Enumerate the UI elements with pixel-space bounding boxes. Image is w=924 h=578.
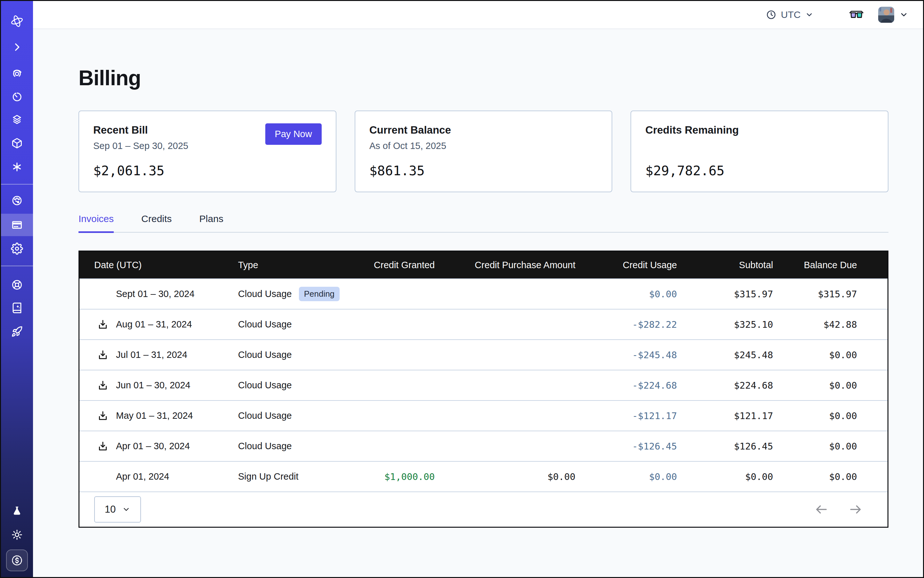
invoice-type: Cloud Usage — [238, 380, 292, 391]
credit-usage-value: -$224.68 — [575, 380, 677, 391]
column-header-date: Date (UTC) — [80, 260, 238, 270]
billing-tabs: Invoices Credits Plans — [78, 213, 888, 232]
page-size-select[interactable]: 10 — [94, 496, 141, 523]
column-header-credit-purchase-amount: Credit Purchase Amount — [435, 260, 575, 270]
invoice-type: Cloud Usage — [238, 289, 292, 299]
sidebar-item-usage-gauge-icon[interactable] — [7, 192, 27, 209]
invoice-row: Jun 01 – 30, 2024 Cloud Usage -$224.68 $… — [80, 370, 887, 400]
invoice-row: Apr 01 – 30, 2024 Cloud Usage -$126.45 $… — [80, 430, 887, 461]
invoice-date: Jul 01 – 31, 2024 — [116, 349, 187, 360]
user-avatar[interactable] — [878, 7, 894, 23]
next-page-arrow-right-icon[interactable] — [848, 502, 862, 516]
credit-usage-value: $0.00 — [575, 471, 677, 482]
sidebar-divider — [1, 184, 33, 185]
column-header-credit-usage: Credit Usage — [575, 260, 677, 270]
balance-due-value: $315.97 — [773, 289, 857, 300]
timezone-dropdown[interactable]: UTC — [766, 9, 814, 20]
invoice-type: Cloud Usage — [238, 319, 292, 330]
credit-usage-value: -$245.48 — [575, 349, 677, 360]
orbit-logo-icon — [7, 12, 27, 30]
invoices-table: Date (UTC) Type Credit Granted Credit Pu… — [78, 250, 888, 528]
page-size-value: 10 — [105, 504, 116, 515]
credit-granted-value: $1,000.00 — [344, 471, 435, 482]
sidebar-item-timer-icon[interactable] — [7, 88, 27, 106]
sidebar-item-theme-sun-icon[interactable] — [7, 526, 27, 544]
invoice-type: Cloud Usage — [238, 441, 292, 451]
chevron-down-icon — [122, 505, 130, 514]
download-icon[interactable] — [97, 319, 108, 330]
timezone-label: UTC — [781, 9, 801, 20]
invoice-row: Aug 01 – 31, 2024 Cloud Usage -$282.22 $… — [80, 309, 887, 339]
pay-now-button[interactable]: Pay Now — [265, 123, 322, 145]
table-footer: 10 — [80, 492, 887, 527]
credit-usage-value: -$121.17 — [575, 411, 677, 421]
subtotal-value: $315.97 — [677, 289, 773, 300]
previous-page-arrow-left-icon[interactable] — [814, 502, 828, 516]
sidebar-item-settings-gear-icon[interactable] — [7, 240, 27, 258]
invoice-date: Aug 01 – 31, 2024 — [116, 319, 192, 330]
current-balance-as-of: As of Oct 15, 2025 — [369, 141, 598, 152]
credits-remaining-subtitle — [645, 141, 874, 152]
credit-usage-value: -$126.45 — [575, 441, 677, 452]
page-title: Billing — [78, 66, 888, 90]
topbar: UTC — [33, 1, 923, 29]
sidebar-item-dollar-badge-icon[interactable] — [6, 549, 28, 571]
column-header-subtotal: Subtotal — [677, 260, 773, 270]
column-header-type: Type — [238, 260, 344, 270]
credits-remaining-amount: $29,782.65 — [645, 163, 874, 179]
sidebar-item-labs-flask-icon[interactable] — [7, 502, 27, 520]
table-header-row: Date (UTC) Type Credit Granted Credit Pu… — [80, 252, 887, 278]
pagination-controls — [814, 502, 862, 516]
invoice-row: Apr 01, 2024 Sign Up Credit $1,000.00 $0… — [80, 461, 887, 492]
subtotal-value: $245.48 — [677, 349, 773, 360]
sidebar-item-support-lifebuoy-icon[interactable] — [7, 276, 27, 294]
status-badge: Pending — [299, 287, 339, 301]
tab-plans[interactable]: Plans — [199, 213, 223, 232]
download-icon[interactable] — [97, 411, 108, 421]
credit-purchase-value: $0.00 — [435, 471, 575, 482]
goggles-icon[interactable] — [849, 9, 864, 20]
download-icon[interactable] — [97, 349, 108, 360]
tab-invoices[interactable]: Invoices — [78, 213, 114, 232]
credit-usage-value: $0.00 — [575, 289, 677, 300]
recent-bill-amount: $2,061.35 — [93, 163, 322, 179]
sidebar-item-observe-iris-icon[interactable] — [7, 64, 27, 82]
invoice-date: Apr 01 – 30, 2024 — [116, 441, 190, 451]
sidebar-item-asterisk-icon[interactable] — [7, 158, 27, 176]
recent-bill-card: Recent Bill Sep 01 – Sep 30, 2025 $2,061… — [78, 110, 336, 192]
account-menu-chevron-down-icon[interactable] — [899, 10, 908, 19]
credits-remaining-title: Credits Remaining — [645, 124, 874, 136]
invoice-date: May 01 – 31, 2024 — [116, 411, 193, 421]
balance-due-value: $0.00 — [773, 471, 857, 482]
invoice-type: Cloud Usage — [238, 349, 292, 360]
clock-icon — [766, 10, 776, 20]
sidebar — [1, 1, 33, 577]
tab-credits[interactable]: Credits — [141, 213, 172, 232]
sidebar-item-billing-credit-card-icon[interactable] — [7, 216, 27, 234]
main-content: Billing Recent Bill Sep 01 – Sep 30, 202… — [78, 29, 888, 528]
credit-usage-value: -$282.22 — [575, 319, 677, 330]
invoice-type: Cloud Usage — [238, 411, 292, 421]
current-balance-amount: $861.35 — [369, 163, 598, 179]
balance-due-value: $0.00 — [773, 349, 857, 360]
invoice-type: Sign Up Credit — [238, 471, 299, 482]
subtotal-value: $121.17 — [677, 411, 773, 421]
sidebar-item-docs-book-sparkle-icon[interactable] — [7, 299, 27, 317]
download-icon[interactable] — [97, 441, 108, 452]
invoice-row: Sept 01 – 30, 2024 Cloud UsagePending $0… — [80, 278, 887, 309]
subtotal-value: $126.45 — [677, 441, 773, 452]
subtotal-value: $224.68 — [677, 380, 773, 391]
sidebar-item-layers-icon[interactable] — [7, 110, 27, 128]
balance-due-value: $0.00 — [773, 441, 857, 452]
sidebar-collapse-chevron-right-icon[interactable] — [7, 38, 27, 56]
invoice-row: Jul 01 – 31, 2024 Cloud Usage -$245.48 $… — [80, 339, 887, 370]
invoice-date: Jun 01 – 30, 2024 — [116, 380, 190, 391]
current-balance-card: Current Balance As of Oct 15, 2025 $861.… — [355, 110, 612, 192]
chevron-down-icon — [805, 11, 814, 19]
sidebar-item-getting-started-rocket-icon[interactable] — [7, 323, 27, 341]
column-header-credit-granted: Credit Granted — [344, 260, 435, 270]
sidebar-divider — [1, 266, 33, 266]
sidebar-item-cube-icon[interactable] — [7, 134, 27, 152]
download-icon[interactable] — [97, 380, 108, 391]
current-balance-title: Current Balance — [369, 124, 598, 136]
